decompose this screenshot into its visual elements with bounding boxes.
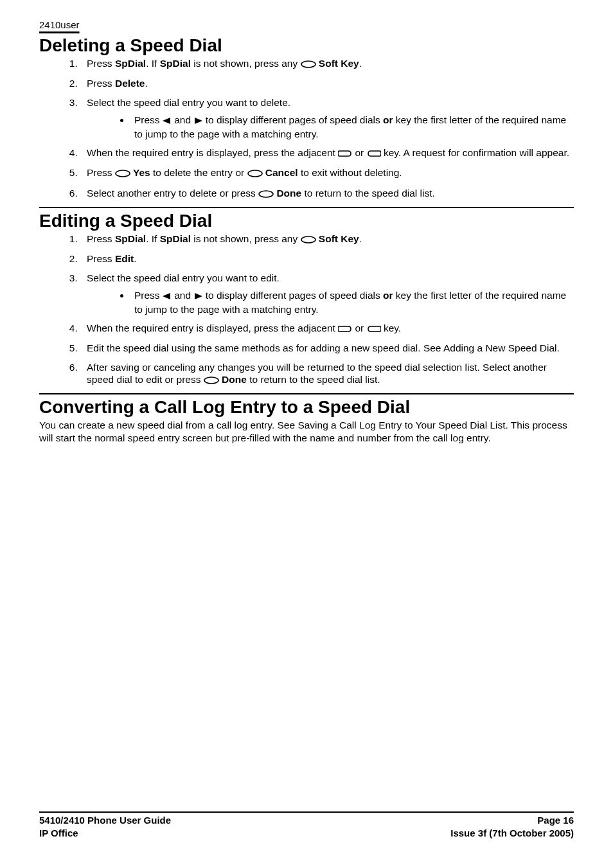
right-arrow-icon: [193, 115, 202, 127]
page-footer: 5410/2410 Phone User Guide Page 16 IP Of…: [39, 811, 574, 840]
text: is not shown, press any: [191, 58, 301, 69]
label-or: or: [383, 114, 393, 125]
text: Select the speed dial entry you want to …: [87, 97, 290, 108]
footer-row-1: 5410/2410 Phone User Guide Page 16: [39, 814, 574, 827]
text: .: [359, 58, 362, 69]
page: 2410user Deleting a Speed Dial Press SpD…: [0, 0, 613, 868]
text: or: [352, 323, 366, 333]
paragraph-convert-body: You can create a new speed dial from a c…: [39, 419, 574, 444]
svg-marker-1: [163, 118, 170, 124]
steps-edit: Press SpDial. If SpDial is not shown, pr…: [39, 233, 574, 387]
label-soft-key: Soft Key: [316, 233, 359, 244]
step: Press SpDial. If SpDial is not shown, pr…: [80, 57, 574, 71]
step: Select the speed dial entry you want to …: [80, 272, 574, 315]
key-left-icon: [367, 323, 381, 335]
footer-row-2: IP Office Issue 3f (7th October 2005): [39, 827, 574, 840]
heading-deleting-speed-dial: Deleting a Speed Dial: [39, 35, 574, 56]
label-done: Done: [274, 188, 301, 199]
svg-point-6: [301, 236, 315, 243]
label-or: or: [383, 290, 393, 301]
text: key.: [381, 323, 402, 333]
text: to display different pages of speed dial…: [202, 290, 383, 301]
text: to delete the entry or: [150, 167, 247, 178]
text: .: [134, 253, 136, 264]
key-right-icon: [338, 323, 352, 335]
footer-right-bottom: Issue 3f (7th October 2005): [450, 827, 574, 840]
label-cancel: Cancel: [263, 167, 298, 178]
right-arrow-icon: [193, 290, 202, 303]
substeps: Press and to display different pages of …: [87, 114, 574, 140]
softkey-icon: [301, 58, 316, 71]
text: to display different pages of speed dial…: [202, 114, 383, 125]
text: Press: [87, 58, 115, 69]
step: When the required entry is displayed, pr…: [80, 322, 574, 335]
softkey-icon: [204, 375, 219, 387]
text: .: [145, 78, 147, 89]
svg-point-5: [259, 191, 273, 197]
label-delete: Delete: [115, 78, 145, 89]
text: and: [172, 290, 193, 301]
text: Press: [134, 114, 163, 125]
label-spdial: SpDial: [160, 58, 191, 69]
step: When the required entry is displayed, pr…: [80, 146, 574, 160]
footer-left-bottom: IP Office: [39, 827, 78, 840]
substep: Press and to display different pages of …: [130, 289, 574, 315]
text: . If: [146, 58, 160, 69]
text: to return to the speed dial list.: [301, 188, 435, 199]
softkey-icon: [258, 188, 274, 200]
step: Press Delete.: [80, 77, 574, 89]
svg-marker-2: [195, 118, 202, 124]
substep: Press and to display different pages of …: [130, 114, 574, 140]
footer-left-top: 5410/2410 Phone User Guide: [39, 814, 171, 827]
text: key. A request for confirmation will app…: [381, 147, 570, 158]
label-edit: Edit: [115, 253, 134, 264]
text: .: [359, 233, 362, 244]
text: and: [172, 114, 193, 125]
heading-converting-call-log: Converting a Call Log Entry to a Speed D…: [39, 393, 574, 418]
steps-delete: Press SpDial. If SpDial is not shown, pr…: [39, 57, 574, 200]
text: Select another entry to delete or press: [87, 188, 258, 199]
svg-point-0: [301, 61, 315, 67]
text: Edit the speed dial using the same metho…: [87, 342, 560, 353]
label-spdial: SpDial: [160, 233, 191, 244]
text: Press: [87, 78, 115, 89]
text: Press: [87, 253, 115, 264]
text: or: [352, 147, 366, 158]
step: Select another entry to delete or press …: [80, 187, 574, 200]
footer-right-top: Page 16: [537, 814, 574, 827]
text: When the required entry is displayed, pr…: [87, 147, 338, 158]
label-yes: Yes: [130, 167, 150, 178]
step: After saving or canceling any changes yo…: [80, 361, 574, 387]
left-arrow-icon: [163, 290, 172, 303]
svg-marker-8: [195, 293, 202, 299]
text: to return to the speed dial list.: [247, 374, 380, 385]
svg-marker-7: [163, 293, 170, 299]
text: When the required entry is displayed, pr…: [87, 323, 338, 333]
svg-point-3: [116, 170, 130, 177]
step: Edit the speed dial using the same metho…: [80, 342, 574, 354]
footer-rule: [39, 811, 574, 813]
key-right-icon: [338, 148, 352, 160]
key-left-icon: [367, 148, 381, 160]
text: is not shown, press any: [191, 233, 301, 244]
svg-point-9: [204, 377, 218, 384]
step: Press Edit.: [80, 252, 574, 265]
label-spdial: SpDial: [115, 58, 146, 69]
substeps: Press and to display different pages of …: [87, 289, 574, 315]
text: to exit without deleting.: [298, 167, 402, 178]
text: Press: [87, 167, 115, 178]
text: Select the speed dial entry you want to …: [87, 272, 280, 283]
label-spdial: SpDial: [115, 233, 146, 244]
running-header: 2410user: [39, 19, 574, 30]
softkey-icon: [247, 168, 263, 180]
text: Press: [87, 233, 115, 244]
softkey-icon: [301, 234, 316, 246]
text: Press: [134, 290, 163, 301]
step: Select the speed dial entry you want to …: [80, 96, 574, 140]
left-arrow-icon: [163, 115, 172, 127]
svg-point-4: [248, 170, 262, 177]
label-done: Done: [219, 374, 247, 385]
softkey-icon: [115, 168, 130, 180]
heading-editing-speed-dial: Editing a Speed Dial: [39, 207, 574, 231]
text: . If: [146, 233, 160, 244]
